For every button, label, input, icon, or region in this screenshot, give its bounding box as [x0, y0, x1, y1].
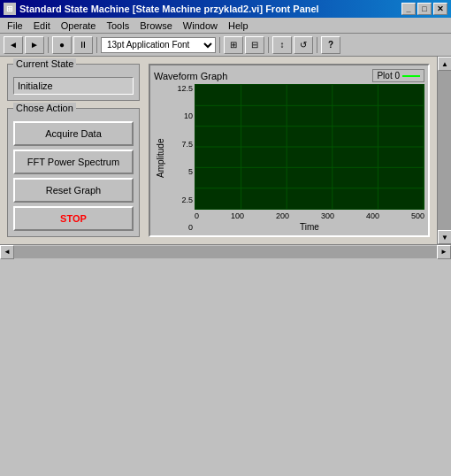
horizontal-scrollbar[interactable]: ◄ ►: [0, 244, 451, 258]
main-container: Current State Initialize Chose Action Ac…: [0, 57, 451, 244]
plot-selector[interactable]: Plot 0: [372, 69, 424, 82]
x-tick-2: 200: [276, 211, 289, 220]
y-axis-label: Amplitude: [154, 84, 166, 232]
menu-browse[interactable]: Browse: [134, 19, 178, 32]
content-area: Current State Initialize Chose Action Ac…: [0, 57, 437, 244]
x-tick-4: 400: [366, 211, 379, 220]
graph-title: Waveform Graph: [154, 71, 227, 81]
current-state-label: Current State: [13, 58, 76, 69]
y-tick-5: 12.5: [177, 84, 193, 93]
toolbar-fwd-btn[interactable]: ►: [25, 36, 44, 54]
toolbar-dist-btn[interactable]: ⊟: [245, 36, 264, 54]
graph-header: Waveform Graph Plot 0: [154, 69, 424, 82]
current-state-value: Initialize: [18, 81, 53, 91]
menu-bar: File Edit Operate Tools Browse Window He…: [0, 18, 451, 34]
toolbar-resize-btn[interactable]: ↕: [272, 36, 292, 54]
fft-power-spectrum-button[interactable]: FFT Power Spectrum: [13, 150, 134, 174]
toolbar-separator-3: [219, 37, 220, 53]
menu-help[interactable]: Help: [223, 19, 254, 32]
y-tick-2: 5: [188, 167, 193, 176]
choose-action-label: Chose Action: [13, 103, 76, 113]
toolbar-separator-2: [96, 37, 97, 53]
stop-button[interactable]: STOP: [13, 206, 134, 231]
toolbar: ◄ ► ● ⏸ 13pt Application Font ⊞ ⊟ ↕ ↺ ?: [0, 34, 451, 57]
minimize-button[interactable]: _: [401, 3, 416, 15]
title-bar: ⊞ Standard State Machine [State Machine …: [0, 0, 451, 18]
x-tick-3: 300: [321, 211, 334, 220]
reset-graph-button[interactable]: Reset Graph: [13, 178, 134, 203]
y-ticks: 12.5 10 7.5 5 2.5 0: [168, 84, 195, 232]
toolbar-separator-4: [268, 37, 269, 53]
menu-operate[interactable]: Operate: [56, 19, 102, 32]
toolbar-undo-btn[interactable]: ↺: [294, 36, 313, 54]
toolbar-back-btn[interactable]: ◄: [4, 36, 23, 54]
current-state-display: Initialize: [13, 77, 134, 95]
x-tick-5: 500: [411, 211, 424, 220]
font-dropdown[interactable]: 13pt Application Font: [101, 37, 216, 53]
window-controls: _ □ ✕: [401, 3, 447, 15]
acquire-data-button[interactable]: Acquire Data: [13, 121, 134, 146]
toolbar-help-btn[interactable]: ?: [321, 36, 340, 54]
toolbar-run-btn[interactable]: ●: [52, 36, 72, 54]
toolbar-separator-1: [48, 37, 49, 53]
x-ticks: 0 100 200 300 400 500: [195, 211, 424, 220]
window-title: Standard State Machine [State Machine pr…: [19, 4, 319, 14]
y-tick-3: 7.5: [181, 140, 193, 149]
scroll-left-button[interactable]: ◄: [0, 245, 14, 259]
x-tick-1: 100: [231, 211, 244, 220]
choose-action-group: Chose Action Acquire Data FFT Power Spec…: [7, 108, 140, 237]
graph-container: Waveform Graph Plot 0 Amplitude 12.5 10: [149, 64, 430, 237]
maximize-button[interactable]: □: [417, 3, 432, 15]
vertical-scrollbar[interactable]: ▲ ▼: [437, 57, 451, 244]
toolbar-align-btn[interactable]: ⊞: [224, 36, 243, 54]
menu-file[interactable]: File: [2, 19, 28, 32]
graph-plot-area: 0 100 200 300 400 500 Time: [195, 84, 424, 232]
menu-edit[interactable]: Edit: [28, 19, 56, 32]
scroll-up-button[interactable]: ▲: [438, 57, 451, 71]
menu-window[interactable]: Window: [178, 19, 223, 32]
scroll-right-button[interactable]: ►: [437, 245, 451, 259]
plot-color-line: [402, 75, 420, 77]
app-icon: ⊞: [4, 3, 16, 15]
y-tick-0: 0: [188, 223, 193, 232]
y-tick-1: 2.5: [181, 196, 193, 204]
left-panel: Current State Initialize Chose Action Ac…: [7, 64, 140, 237]
plot-label: Plot 0: [377, 71, 400, 81]
h-scroll-track[interactable]: [14, 246, 437, 258]
grid-svg: [195, 85, 424, 209]
scroll-track[interactable]: [438, 71, 451, 230]
x-tick-0: 0: [195, 211, 199, 220]
right-panel: Waveform Graph Plot 0 Amplitude 12.5 10: [149, 64, 430, 237]
x-axis-label: Time: [195, 222, 424, 232]
toolbar-separator-5: [317, 37, 317, 53]
graph-area: Amplitude 12.5 10 7.5 5 2.5 0: [154, 84, 424, 232]
toolbar-pause-btn[interactable]: ⏸: [73, 36, 93, 54]
y-tick-4: 10: [184, 111, 193, 120]
current-state-group: Current State Initialize: [7, 64, 140, 101]
scroll-down-button[interactable]: ▼: [438, 230, 451, 244]
menu-tools[interactable]: Tools: [101, 19, 134, 32]
graph-canvas: [195, 84, 424, 210]
close-button[interactable]: ✕: [433, 3, 447, 15]
